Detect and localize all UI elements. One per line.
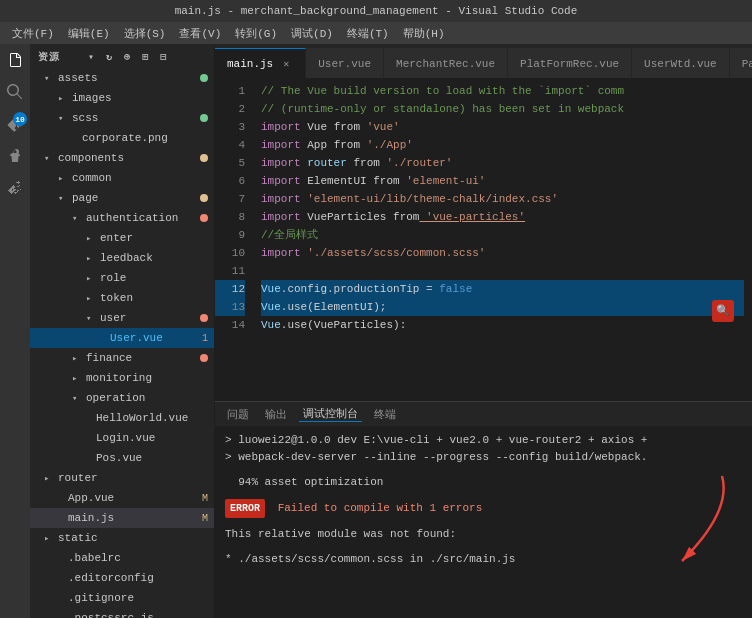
tab-payment-label: Payme... (742, 58, 752, 70)
menu-item-v[interactable]: 查看(V) (173, 24, 227, 43)
code-editor[interactable]: 12345 678910 1112 13 14 // The Vue build… (215, 78, 752, 402)
error-text: Failed to compile with 1 errors (278, 502, 483, 514)
dot-scss (200, 114, 208, 122)
dot-auth (200, 214, 208, 222)
tree-pos[interactable]: Pos.vue (30, 448, 214, 468)
tree-authentication[interactable]: ▾ authentication (30, 208, 214, 228)
tree-router[interactable]: ▸ router (30, 468, 214, 488)
tab-platformrec[interactable]: PlatFormRec.vue (508, 48, 632, 78)
activity-bar: 10 (0, 44, 30, 618)
tree-scss[interactable]: ▾ scss (30, 108, 214, 128)
dot-components (200, 154, 208, 162)
terminal-line-1: > luowei22@1.0.0 dev E:\vue-cli + vue2.0… (225, 432, 742, 449)
search-activity-icon[interactable] (3, 80, 27, 104)
tree-operation[interactable]: ▾ operation (30, 388, 214, 408)
dot-assets (200, 74, 208, 82)
tree-common[interactable]: ▸ common (30, 168, 214, 188)
tree-role[interactable]: ▸ role (30, 268, 214, 288)
tree-helloworld[interactable]: HelloWorld.vue (30, 408, 214, 428)
menu-item-d[interactable]: 调试(D) (285, 24, 339, 43)
code-line-12: Vue.config.productionTip = false (261, 280, 744, 298)
tab-mainjs[interactable]: main.js ✕ (215, 48, 306, 78)
code-line-3: import Vue from 'vue' (261, 118, 744, 136)
extensions-icon[interactable] (3, 176, 27, 200)
tree-corporate[interactable]: corporate.png (30, 128, 214, 148)
terminal-line-2: > webpack-dev-server --inline --progress… (225, 449, 742, 466)
code-line-9: //全局样式 (261, 226, 744, 244)
tree-mainjs[interactable]: main.js M (30, 508, 214, 528)
tab-merchantrec-label: MerchantRec.vue (396, 58, 495, 70)
terminal-tabs: 问题 输出 调试控制台 终端 (215, 402, 752, 426)
dot-finance (200, 354, 208, 362)
error-badge: ERROR (225, 499, 265, 518)
tab-payment[interactable]: Payme... (730, 48, 752, 78)
sidebar: 资源 ▾ ↻ ⊕ ⊞ ⊟ ▾ assets ▸ images ▾ scss co… (30, 44, 215, 618)
debug-icon[interactable] (3, 144, 27, 168)
tree-uservue[interactable]: User.vue 1 (30, 328, 214, 348)
red-arrow (652, 471, 732, 571)
editor-content: 12345 678910 1112 13 14 // The Vue build… (215, 78, 752, 618)
tree-user[interactable]: ▾ user (30, 308, 214, 328)
menu-item-s[interactable]: 选择(S) (118, 24, 172, 43)
tab-userwtd[interactable]: UserWtd.vue (632, 48, 730, 78)
main-layout: 10 资源 ▾ ↻ ⊕ ⊞ ⊟ ▾ assets (0, 44, 752, 618)
editor-area: main.js ✕ User.vue MerchantRec.vue PlatF… (215, 44, 752, 618)
tab-output[interactable]: 输出 (261, 407, 291, 422)
tab-debugconsole[interactable]: 调试控制台 (299, 406, 362, 422)
tab-uservue[interactable]: User.vue (306, 48, 384, 78)
dot-user (200, 314, 208, 322)
dot-page (200, 194, 208, 202)
tabs-bar: main.js ✕ User.vue MerchantRec.vue PlatF… (215, 44, 752, 78)
terminal-path: * ./assets/scss/common.scss in ./src/mai… (225, 551, 742, 568)
terminal-panel: 问题 输出 调试控制台 终端 > luowei22@1.0.0 dev E:\v… (215, 402, 752, 618)
tree-token[interactable]: ▸ token (30, 288, 214, 308)
code-line-2: // (runtime-only or standalone) has been… (261, 100, 744, 118)
tree-page[interactable]: ▾ page (30, 188, 214, 208)
tree-babelrc[interactable]: .babelrc (30, 548, 214, 568)
code-line-6: import ElementUI from 'element-ui' (261, 172, 744, 190)
tab-platformrec-label: PlatFormRec.vue (520, 58, 619, 70)
git-badge: 10 (13, 112, 27, 126)
tree-images[interactable]: ▸ images (30, 88, 214, 108)
title-bar: main.js - merchant_background_management… (0, 0, 752, 22)
tab-mainjs-close[interactable]: ✕ (279, 57, 293, 71)
menu-item-g[interactable]: 转到(G) (229, 24, 283, 43)
terminal-content: > luowei22@1.0.0 dev E:\vue-cli + vue2.0… (215, 426, 752, 618)
code-line-11 (261, 262, 744, 280)
tree-static[interactable]: ▸ static (30, 528, 214, 548)
tree-monitoring[interactable]: ▸ monitoring (30, 368, 214, 388)
tree-assets[interactable]: ▾ assets (30, 68, 214, 88)
code-lines: // The Vue build version to load with th… (253, 78, 752, 401)
code-line-13: Vue.use(ElementUI);🔍 (261, 298, 744, 316)
code-line-1: // The Vue build version to load with th… (261, 82, 744, 100)
tree-feedback[interactable]: ▸ leedback (30, 248, 214, 268)
code-line-8: import VueParticles from 'vue-particles' (261, 208, 744, 226)
code-line-5: import router from './router' (261, 154, 744, 172)
code-line-10: import './assets/scss/common.scss' (261, 244, 744, 262)
tab-userwtd-label: UserWtd.vue (644, 58, 717, 70)
menu-item-t[interactable]: 终端(T) (341, 24, 395, 43)
tree-editorconfig[interactable]: .editorconfig (30, 568, 214, 588)
tree-appvue[interactable]: App.vue M (30, 488, 214, 508)
files-icon[interactable] (3, 48, 27, 72)
menu-bar: 文件(F)编辑(E)选择(S)查看(V)转到(G)调试(D)终端(T)帮助(H) (0, 22, 752, 44)
menu-item-e[interactable]: 编辑(E) (62, 24, 116, 43)
tab-problems[interactable]: 问题 (223, 407, 253, 422)
line-numbers: 12345 678910 1112 13 14 (215, 78, 253, 401)
sidebar-header: 资源 ▾ ↻ ⊕ ⊞ ⊟ (30, 44, 214, 68)
tree-components[interactable]: ▾ components (30, 148, 214, 168)
tree-postcssrc[interactable]: .postcssrc.js (30, 608, 214, 618)
tab-uservue-label: User.vue (318, 58, 371, 70)
tree-finance[interactable]: ▸ finance (30, 348, 214, 368)
menu-item-h[interactable]: 帮助(H) (397, 24, 451, 43)
code-line-14: Vue.use(VueParticles): (261, 316, 744, 334)
tree-enter[interactable]: ▸ enter (30, 228, 214, 248)
tab-terminal[interactable]: 终端 (370, 407, 400, 422)
tab-merchantrec[interactable]: MerchantRec.vue (384, 48, 508, 78)
menu-item-f[interactable]: 文件(F) (6, 24, 60, 43)
tree-gitignore[interactable]: .gitignore (30, 588, 214, 608)
tree-login[interactable]: Login.vue (30, 428, 214, 448)
git-icon[interactable]: 10 (3, 112, 27, 136)
code-line-7: import 'element-ui/lib/theme-chalk/index… (261, 190, 744, 208)
code-line-4: import App from './App' (261, 136, 744, 154)
